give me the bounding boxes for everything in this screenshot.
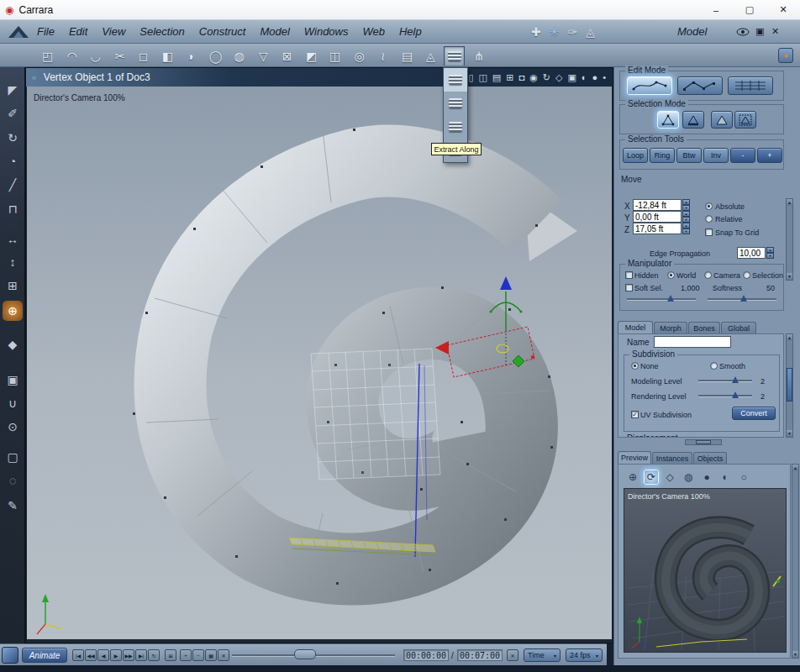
- palette-toggle-button[interactable]: ●: [778, 48, 793, 63]
- absolute-radio[interactable]: [705, 202, 713, 210]
- minimize-button[interactable]: –: [699, 0, 733, 19]
- toolbar-tool-icon[interactable]: ▤: [397, 46, 418, 66]
- zoom-tool-icon[interactable]: ⊙: [3, 417, 23, 437]
- toolbar-tool-icon[interactable]: ◍: [229, 46, 250, 66]
- menu-selection[interactable]: Selection: [139, 25, 184, 38]
- move-horizontal-tool-icon[interactable]: ↔: [3, 229, 23, 249]
- jump-start-button[interactable]: |◀: [72, 649, 84, 661]
- vertex-selection-button[interactable]: [657, 111, 679, 129]
- menu-windows[interactable]: Windows: [304, 25, 349, 38]
- hidden-checkbox[interactable]: [625, 271, 633, 279]
- rendering-level-slider[interactable]: [698, 391, 752, 399]
- subdivision-smooth-radio[interactable]: [710, 362, 718, 370]
- menu-file[interactable]: File: [37, 25, 55, 38]
- preview-3d-canvas[interactable]: Director's Camera 100%: [624, 488, 787, 653]
- orbit-camera-icon[interactable]: ⊕: [625, 470, 640, 485]
- bounding-box-icon[interactable]: ◇: [662, 470, 677, 485]
- y-spinner[interactable]: ▲▼: [682, 211, 690, 223]
- camera-sphere-icon[interactable]: ◉: [529, 72, 538, 83]
- menu-construct[interactable]: Construct: [199, 25, 246, 38]
- x-position-field[interactable]: [633, 199, 682, 211]
- visibility-eye-icon[interactable]: [736, 28, 750, 36]
- toolbar-tool-icon[interactable]: ◻: [133, 46, 154, 66]
- solid-sphere-icon[interactable]: ●: [699, 470, 714, 485]
- edit-mode-surface-button[interactable]: [728, 76, 773, 95]
- camera-radio[interactable]: [704, 271, 712, 279]
- tab-global[interactable]: Global: [721, 322, 756, 334]
- selection-radio[interactable]: [743, 271, 750, 279]
- shrink-selection-button[interactable]: -: [730, 148, 755, 163]
- scrubber-handle[interactable]: [294, 649, 316, 659]
- world-radio[interactable]: [667, 271, 675, 279]
- key-options-button[interactable]: ▦: [205, 649, 217, 661]
- convert-button[interactable]: Convert: [732, 407, 776, 420]
- edge-selection-button[interactable]: [682, 111, 704, 129]
- tab-instances[interactable]: Instances: [652, 452, 692, 465]
- pencil-tool-icon[interactable]: ✎: [3, 496, 23, 516]
- between-button[interactable]: Btw: [676, 148, 702, 163]
- sphere-rotate-tool-icon[interactable]: ◔: [3, 151, 23, 171]
- ring-button[interactable]: Ring: [650, 148, 675, 163]
- toolbar-tool-icon[interactable]: ◯: [205, 46, 226, 66]
- shield-icon[interactable]: ◘: [518, 72, 524, 82]
- z-position-field[interactable]: [633, 223, 682, 234]
- model-panel-scrollbar[interactable]: ▲ ▼: [786, 333, 793, 438]
- timeline-scrubber[interactable]: [232, 651, 395, 659]
- prev-frame-button[interactable]: ◀◀: [85, 649, 97, 661]
- soft-selection-slider[interactable]: [627, 295, 696, 302]
- two-pane-icon[interactable]: ◫: [478, 72, 487, 83]
- model-room-icon[interactable]: ✳: [550, 25, 560, 39]
- timeline-mode-icon[interactable]: [2, 647, 18, 664]
- jump-end-button[interactable]: ▶|: [135, 649, 147, 661]
- animate-button[interactable]: Animate: [22, 648, 67, 663]
- render-room-icon[interactable]: ◬: [586, 25, 595, 39]
- universal-manipulator-tool-icon[interactable]: ⊕: [3, 301, 23, 321]
- toolbar-tool-icon[interactable]: ≀: [372, 46, 393, 66]
- tab-morph[interactable]: Morph: [654, 322, 687, 334]
- fps-dropdown[interactable]: 24 fps▾: [566, 648, 603, 662]
- delete-key-button[interactable]: ✕: [218, 649, 229, 661]
- panel-close-icon[interactable]: ✕: [771, 26, 779, 37]
- add-key-button[interactable]: +: [180, 649, 192, 661]
- toolbar-tool-icon[interactable]: ◧: [157, 46, 178, 66]
- extract-along-tool-button[interactable]: [444, 46, 465, 66]
- move-free-tool-icon[interactable]: ⊞: [3, 276, 23, 296]
- textured-shade-icon[interactable]: ●: [592, 72, 597, 82]
- menu-web[interactable]: Web: [362, 25, 385, 38]
- soft-selection-checkbox[interactable]: [625, 284, 633, 291]
- shaded-preview-icon[interactable]: ◍: [681, 470, 696, 485]
- extract-along-flyout-item-2[interactable]: [444, 92, 467, 115]
- modeling-level-slider[interactable]: [698, 376, 752, 384]
- object-selection-button[interactable]: [734, 111, 756, 129]
- tab-model[interactable]: Model: [618, 321, 653, 333]
- select-arrow-tool-icon[interactable]: ◤: [3, 80, 23, 100]
- z-axis-arrow[interactable]: [500, 276, 512, 290]
- lasso-select-tool-icon[interactable]: ◌: [3, 470, 23, 491]
- edit-mode-polyline-button[interactable]: [677, 76, 723, 95]
- end-time-field[interactable]: 00:07:00: [457, 649, 503, 661]
- magnet-tool-icon[interactable]: ⊓: [3, 199, 23, 219]
- tiny-dot-icon[interactable]: •: [603, 72, 606, 82]
- toolbar-tool-icon[interactable]: ◗: [181, 46, 202, 66]
- clear-time-button[interactable]: ✕: [507, 649, 518, 661]
- z-spinner[interactable]: ▲▼: [682, 223, 690, 234]
- menu-help[interactable]: Help: [399, 25, 422, 38]
- flat-shade-icon[interactable]: ▣: [567, 72, 576, 83]
- move-section-scrollbar[interactable]: ▲ ▼: [786, 198, 793, 281]
- wire-sphere-icon[interactable]: ○: [736, 470, 751, 485]
- time-units-dropdown[interactable]: Time▾: [524, 648, 561, 662]
- tab-bones[interactable]: Bones: [688, 322, 720, 334]
- preview-panel-scrollbar[interactable]: ▲ ▼: [792, 464, 799, 659]
- extract-along-flyout-item-3[interactable]: [444, 115, 467, 139]
- next-frame-button[interactable]: ▶▶: [123, 649, 134, 661]
- model-panel-hscrollbar[interactable]: [685, 439, 722, 445]
- viewport-3d-canvas[interactable]: Director's Camera 100%: [27, 87, 612, 639]
- panel-dock-icon[interactable]: ▣: [755, 26, 764, 37]
- three-pane-icon[interactable]: ▤: [492, 72, 501, 83]
- loop-button[interactable]: ↻: [148, 649, 160, 661]
- x-spinner[interactable]: ▲▼: [682, 199, 690, 211]
- four-pane-icon[interactable]: ⊞: [506, 72, 513, 83]
- toolbar-tool-icon[interactable]: ⊠: [276, 46, 297, 66]
- rotate-view-icon[interactable]: ↻: [543, 72, 550, 83]
- face-selection-button[interactable]: [711, 111, 733, 129]
